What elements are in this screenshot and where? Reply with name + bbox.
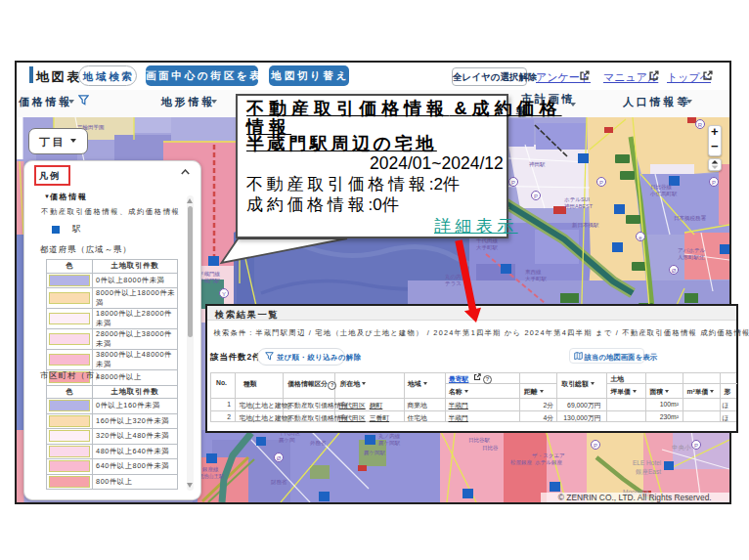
svg-text:Ø: Ø	[671, 268, 676, 274]
svg-text:R: R	[697, 122, 702, 128]
svg-text:東西線: 東西線	[525, 269, 542, 276]
svg-text:日比谷: 日比谷	[482, 445, 499, 452]
svg-text:松屋銀座: 松屋銀座	[510, 459, 533, 465]
svg-text:ELE Hotel: ELE Hotel	[633, 459, 662, 466]
svg-text:ザ・スクエア: ザ・スクエア	[532, 452, 565, 458]
svg-text:P: P	[693, 443, 697, 449]
svg-text:P: P	[510, 180, 514, 186]
svg-text:P: P	[593, 443, 596, 449]
svg-text:P: P	[533, 194, 537, 199]
svg-text:P: P	[598, 180, 602, 186]
svg-text:日比谷線: 日比谷線	[650, 184, 673, 191]
svg-text:大手町駅: 大手町駅	[525, 276, 548, 281]
svg-text:霧ケ関: 霧ケ関	[279, 437, 295, 444]
svg-text:外務省: 外務省	[310, 440, 327, 446]
svg-text:神田ABEST: 神田ABEST	[564, 203, 594, 209]
svg-text:P: P	[711, 180, 715, 186]
svg-text:ホテルSUI: ホテルSUI	[564, 196, 591, 202]
svg-text:新日本橋駅: 新日本橋駅	[572, 222, 599, 229]
svg-text:銀座East: 銀座East	[636, 468, 661, 475]
svg-text:小伝馬町駅: 小伝馬町駅	[649, 191, 678, 196]
svg-text:銀座線: 銀座線	[202, 466, 219, 472]
svg-text:神田駅: 神田駅	[529, 161, 546, 167]
svg-text:日比谷駅: 日比谷駅	[468, 437, 491, 444]
svg-text:丸ノ内線: 丸ノ内線	[378, 433, 401, 439]
svg-text:Y: Y	[221, 291, 225, 297]
svg-text:霧ケ関駅: 霧ケ関駅	[378, 440, 401, 447]
svg-text:アパホテル: アパホテル	[678, 247, 706, 253]
svg-text:人形町駅北: 人形町駅北	[678, 254, 705, 261]
svg-text:日本橋税務署: 日本橋税務署	[674, 215, 707, 222]
svg-text:財務省: 財務省	[271, 479, 287, 486]
svg-text:ホテル銀座: ホテル銀座	[535, 459, 562, 465]
svg-text:Ø: Ø	[276, 455, 281, 461]
svg-text:霧ケ関駅: 霧ケ関駅	[364, 450, 386, 456]
svg-text:中央小: 中央小	[672, 444, 691, 451]
